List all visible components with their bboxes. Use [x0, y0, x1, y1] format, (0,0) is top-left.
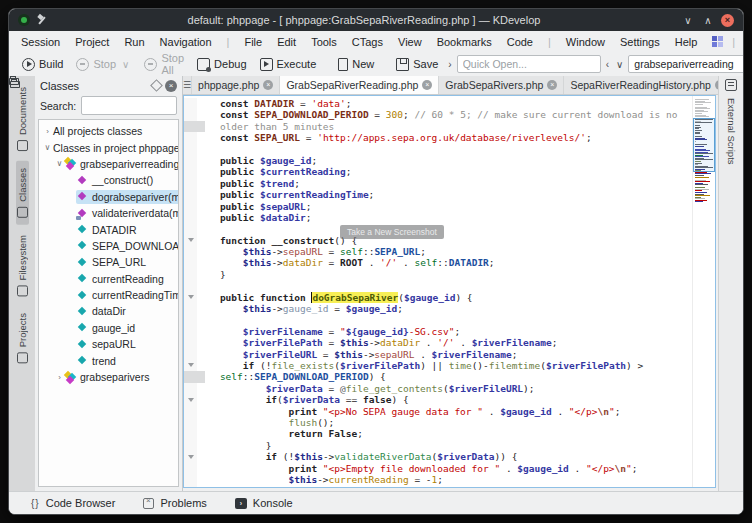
- tab-separiverreadinghistory.php[interactable]: SepaRiverReadingHistory.php×: [564, 76, 731, 94]
- minimap-viewport[interactable]: [693, 118, 715, 172]
- nav-back-chevron-icon[interactable]: ‹: [604, 59, 611, 70]
- nav-down-chevron-icon[interactable]: ∨: [614, 59, 625, 70]
- code-line: $riverData = @file_get_contents($riverFi…: [184, 383, 692, 394]
- tab-close-icon[interactable]: ×: [547, 80, 557, 90]
- tab-phppage.php[interactable]: phppage.php×: [192, 76, 280, 94]
- classes-icon: [17, 207, 28, 218]
- braces-icon: {}: [31, 498, 40, 509]
- sidebar-tab-documents[interactable]: Documents: [16, 80, 29, 158]
- tree-item-validateriverdata-mixed-[interactable]: validateriverdata(mixed): [39, 205, 178, 221]
- menu-file[interactable]: File: [244, 36, 262, 48]
- float-panel-icon[interactable]: [150, 79, 163, 92]
- quick-open-input[interactable]: [457, 55, 601, 73]
- code-line: $riverFilePath = $this->dataDir . '/' . …: [184, 337, 692, 348]
- external-scripts-icon[interactable]: [725, 79, 737, 91]
- classes-search-input[interactable]: [81, 96, 177, 115]
- build-icon: [22, 58, 35, 71]
- code-line: if($riverData == false) {: [184, 394, 692, 405]
- tab-close-icon[interactable]: ×: [422, 80, 432, 90]
- tree-item-sepaurl[interactable]: sepaURL: [39, 336, 178, 352]
- toolbar-overflow-icon[interactable]: ›: [446, 59, 453, 70]
- expander-icon[interactable]: ∨: [43, 143, 52, 152]
- statusbar-problems[interactable]: Problems: [143, 497, 206, 509]
- menu-run[interactable]: Run: [124, 36, 144, 48]
- tree-item-label: dataDir: [92, 305, 126, 317]
- tree-item-currentreadingtime[interactable]: currentReadingTime: [39, 287, 178, 303]
- menu-code[interactable]: Code: [507, 36, 533, 48]
- tree-item-currentreading[interactable]: currentReading: [39, 271, 178, 287]
- menu-window[interactable]: Window: [566, 36, 605, 48]
- close-panel-icon[interactable]: ×: [165, 80, 177, 92]
- sidebar-tab-projects[interactable]: Projects: [16, 306, 29, 370]
- tree-item-datadir[interactable]: dataDir: [39, 303, 178, 319]
- fold-marker-icon[interactable]: [188, 398, 194, 402]
- tree-item-label: sepaURL: [92, 338, 136, 350]
- tree-item-__construct-[interactable]: __construct(): [39, 172, 178, 188]
- expander-icon[interactable]: ›: [55, 373, 64, 382]
- tree-item-trend[interactable]: trend: [39, 352, 178, 368]
- code-editor[interactable]: const DATADIR = 'data'; const SEPA_DOWNL…: [184, 96, 692, 487]
- menu-ctags[interactable]: CTags: [352, 36, 383, 48]
- tree-item-dograbsepariver-mixed-[interactable]: dograbsepariver(mixed): [39, 189, 178, 205]
- minimap-scrollbar[interactable]: [692, 96, 715, 487]
- stop-all-button[interactable]: Stop All: [139, 50, 189, 78]
- tree-item-all-projects-classes[interactable]: ›All projects classes: [39, 123, 178, 139]
- sidebar-tab-label: Filesystem: [17, 235, 28, 280]
- menu-session[interactable]: Session: [21, 36, 60, 48]
- tab-close-icon[interactable]: ×: [263, 80, 273, 90]
- sidebar-tab-classes[interactable]: Classes: [16, 161, 29, 225]
- class-icon: [65, 158, 76, 169]
- sidebar-tab-filesystem[interactable]: Filesystem: [16, 228, 29, 303]
- dropdown-chevron-icon[interactable]: ∨: [120, 59, 131, 70]
- code-line: [184, 280, 692, 291]
- activities-grid-icon[interactable]: [712, 36, 723, 47]
- menu-bookmarks[interactable]: Bookmarks: [437, 36, 492, 48]
- menu-project[interactable]: Project: [75, 36, 109, 48]
- tab-grabsepariverreading.php[interactable]: GrabSepaRiverReading.php×: [280, 76, 439, 94]
- menu-navigation[interactable]: Navigation: [160, 36, 212, 48]
- titlebar[interactable]: default: phppage - [ phppage:GrabSepaRiv…: [9, 9, 743, 31]
- tree-item-sepa_url[interactable]: SEPA_URL: [39, 254, 178, 270]
- new-button[interactable]: New: [333, 56, 379, 73]
- document-list-icon[interactable]: ☰: [183, 76, 192, 94]
- menu-help[interactable]: Help: [675, 36, 698, 48]
- statusbar-code-browser[interactable]: {}Code Browser: [31, 497, 115, 509]
- close-button[interactable]: ×: [721, 14, 734, 27]
- tree-item-label: SEPA_URL: [92, 256, 146, 268]
- tree-item-gauge_id[interactable]: gauge_id: [39, 320, 178, 336]
- statusbar-konsole[interactable]: ›Konsole: [235, 497, 293, 509]
- toolbar-search-input[interactable]: [628, 55, 744, 73]
- menu-view[interactable]: View: [398, 36, 422, 48]
- editor-gutter: [184, 360, 197, 371]
- debug-button[interactable]: Debug: [192, 56, 251, 73]
- classes-tree[interactable]: ›All projects classes∨Classes in project…: [38, 119, 179, 487]
- tree-item-grabseparivers[interactable]: ›grabseparivers: [39, 369, 178, 385]
- editor-gutter: [184, 292, 197, 303]
- editor-gutter: [184, 417, 197, 428]
- save-button[interactable]: Save: [391, 56, 443, 73]
- stop-button[interactable]: Stop∨: [71, 56, 136, 73]
- tree-item-classes-in-project-phppage[interactable]: ∨Classes in project phppage: [39, 139, 178, 155]
- fold-marker-icon[interactable]: [188, 455, 194, 459]
- fold-marker-icon[interactable]: [188, 238, 194, 242]
- maximize-button[interactable]: ∧: [701, 15, 715, 26]
- tab-grabseparivers.php[interactable]: GrabSepaRivers.php×: [439, 76, 564, 94]
- editor-tabbar: ☰ phppage.php×GrabSepaRiverReading.php×G…: [183, 76, 718, 95]
- menu-settings[interactable]: Settings: [620, 36, 660, 48]
- tree-item-sepa_download_period[interactable]: SEPA_DOWNLOAD_PERIOD: [39, 238, 178, 254]
- tab-external-scripts[interactable]: External Scripts: [726, 98, 737, 165]
- fold-marker-icon[interactable]: [188, 363, 194, 367]
- menu-edit[interactable]: Edit: [277, 36, 296, 48]
- code-line: if (!$this->validateRiverData($riverData…: [184, 451, 692, 462]
- minimize-button[interactable]: ∨: [681, 15, 695, 26]
- build-button[interactable]: Build: [17, 56, 68, 73]
- tree-item-grabsepariverreading[interactable]: ∨grabsepariverreading: [39, 156, 178, 172]
- menu-tools[interactable]: Tools: [311, 36, 337, 48]
- code-line: print "<p>Empty file downloaded for " . …: [184, 463, 692, 474]
- expander-icon[interactable]: ›: [43, 127, 52, 136]
- fold-marker-icon[interactable]: [188, 295, 194, 299]
- execute-button[interactable]: Execute: [255, 56, 322, 73]
- code-line: public $currentReadingTime;: [184, 189, 692, 200]
- tree-item-datadir[interactable]: DATADIR: [39, 221, 178, 237]
- toolbar: BuildStop∨Stop AllDebugExecuteNewSave›‹∨…: [9, 52, 743, 76]
